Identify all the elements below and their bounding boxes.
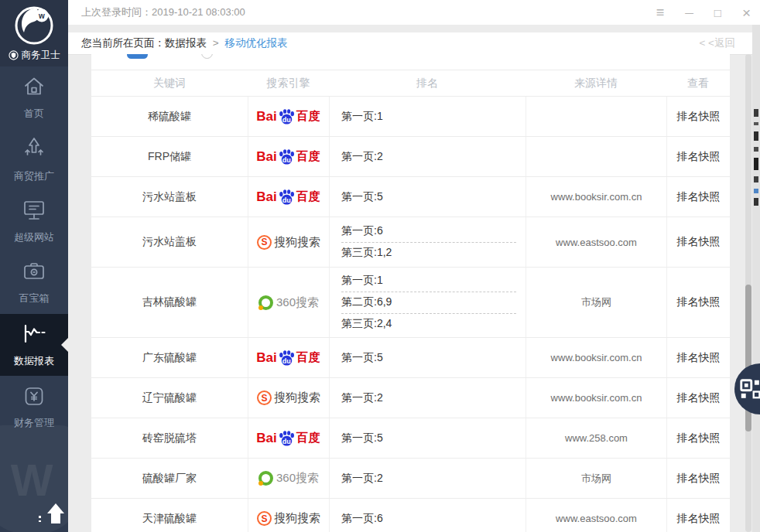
source-link[interactable]: www.eastsoo.com [556,513,637,524]
rank-cell: 第一页:5 [329,338,525,377]
view-snapshot-link[interactable]: 排名快照 [677,391,721,405]
sidebar-item-label: 百宝箱 [19,292,50,305]
table-row: 硫酸罐厂家 360搜索 第一页:2 市场网 排名快照 [91,459,730,499]
keyword-text: 吉林硫酸罐 [142,295,197,309]
qr-code-icon [740,379,760,399]
table-row: 广东硫酸罐 Baidu百度 第一页:5 www.booksir.com.cn 排… [91,338,730,378]
source-link[interactable]: 市场网 [581,295,611,309]
rank-line: 第一页:1 [341,271,516,292]
keyword-text: 污水站盖板 [142,235,197,249]
table-row: 天津硫酸罐 S搜狗搜索 第一页:6 www.eastsoo.com 排名快照 [91,499,730,532]
partial-radio-selected[interactable] [127,54,148,59]
search-engine-cell: Baidu百度 [248,418,329,458]
rank-cell: 第一页:6 [329,499,525,532]
source-link[interactable]: www.booksir.com.cn [551,191,642,203]
keyword-text: 砖窑脱硫塔 [142,431,197,445]
view-snapshot-link[interactable]: 排名快照 [677,235,721,249]
source-link[interactable]: www.booksir.com.cn [551,352,642,363]
report-table-card: 关键词 搜索引擎 排名 来源详情 查看 稀硫酸罐 Baidu百度 第一页:1 排… [91,54,730,532]
search-engine-cell: S搜狗搜索 [248,378,329,418]
rank-line: 第三页:2,4 [341,313,516,335]
sidebar-item-toolbox[interactable]: 百宝箱 [0,252,68,314]
360-icon [258,471,273,486]
sogou-logo: S搜狗搜索 [257,511,320,526]
sogou-logo: S搜狗搜索 [257,390,320,405]
sogou-icon: S [257,390,272,405]
breadcrumb-prefix: 您当前所在页面： [81,37,165,49]
view-snapshot-link[interactable]: 排名快照 [677,351,721,365]
search-engine-cell: Baidu百度 [248,177,329,217]
header-keyword: 关键词 [91,77,248,90]
search-engine-cell: 360搜索 [248,268,329,337]
sidebar-item-data-report[interactable]: 数据报表 [0,314,68,376]
keyword-text: 污水站盖板 [142,190,197,204]
home-icon [22,75,46,101]
view-snapshot-link[interactable]: 排名快照 [677,512,721,526]
maximize-button[interactable]: □ [714,7,721,19]
table-row: 污水站盖板 S搜狗搜索 第一页:6第三页:1,2 www.eastsoo.com… [91,217,730,268]
view-snapshot-link[interactable]: 排名快照 [677,110,721,124]
rank-line: 第一页:2 [341,468,516,489]
breadcrumb-current-link[interactable]: 移动优化报表 [224,37,287,49]
selected-item-notch [61,338,68,352]
qr-widget[interactable] [734,363,760,414]
rank-cell: 第一页:5 [329,177,525,217]
sidebar-item-super-website[interactable]: 超级网站 [0,190,68,252]
view-snapshot-link[interactable]: 排名快照 [677,295,721,309]
search-engine-cell: S搜狗搜索 [248,499,329,532]
source-link[interactable]: www.eastsoo.com [556,237,637,248]
sidebar-nav: 首页 商贸推广 超级网站 百宝箱 [0,66,68,438]
sidebar-item-label: 首页 [24,107,44,121]
menu-icon[interactable]: ≡ [656,5,665,19]
view-snapshot-link[interactable]: 排名快照 [677,431,721,445]
finance-icon [22,384,46,411]
sidebar-item-home[interactable]: 首页 [0,66,68,128]
trade-promotion-icon [22,136,46,164]
minimize-button[interactable]: ─ [685,7,693,19]
sidebar-item-trade-promotion[interactable]: 商贸推广 [0,128,68,190]
table-row: 污水站盖板 Baidu百度 第一页:5 www.booksir.com.cn 排… [91,177,730,217]
baidu-paw-icon: du [278,430,296,446]
sogou-logo: S搜狗搜索 [257,235,320,250]
source-link[interactable]: www.booksir.com.cn [551,392,642,404]
header-search-engine: 搜索引擎 [248,77,329,90]
baidu-paw-icon: du [278,189,296,205]
rank-line: 第一页:6 [341,221,516,242]
brand-logo-icon: w [12,4,56,50]
source-link[interactable]: 市场网 [581,472,611,486]
baidu-paw-icon: du [278,148,296,165]
view-snapshot-link[interactable]: 排名快照 [677,472,721,486]
view-snapshot-link[interactable]: 排名快照 [677,190,721,204]
rank-cell: 第一页:5 [329,418,525,458]
last-login-text: 上次登录时间：2019-10-21 08:03:00 [81,0,245,25]
sidebar-up-arrow-button[interactable] [46,503,66,530]
rank-line: 第一页:5 [341,186,516,207]
sidebar-item-label: 超级网站 [14,230,54,244]
table-row: 砖窑脱硫塔 Baidu百度 第一页:5 www.258.com 排名快照 [91,418,730,459]
view-snapshot-link[interactable]: 排名快照 [677,150,721,164]
table-row: 辽宁硫酸罐 S搜狗搜索 第一页:2 www.booksir.com.cn 排名快… [91,378,730,418]
source-link[interactable]: www.258.com [565,432,628,444]
partial-radio-unselected[interactable] [201,54,213,59]
search-engine-cell: S搜狗搜索 [248,217,329,267]
rank-cell: 第一页:2 [329,459,525,498]
sidebar-item-finance[interactable]: 财务管理 [0,376,68,438]
table-header-row: 关键词 搜索引擎 排名 来源详情 查看 [91,70,730,97]
desktop-edge-strip [752,25,760,532]
close-button[interactable]: × [742,5,751,20]
brand-shield-icon [9,50,19,60]
rank-line: 第一页:1 [341,106,516,127]
rank-line: 第一页:5 [341,347,516,368]
breadcrumb: 您当前所在页面：数据报表 > 移动优化报表 [81,32,287,54]
sidebar: w 商务卫士 W 首页 商贸推广 [0,0,68,532]
baidu-logo: Baidu百度 [256,108,320,124]
app-window: w 商务卫士 W 首页 商贸推广 [0,0,760,532]
vertical-scrollbar[interactable] [745,54,751,532]
back-button[interactable]: < <返回 [699,32,735,54]
baidu-paw-icon: du [278,350,296,366]
sogou-icon: S [257,511,272,526]
brand-logo-block: w 商务卫士 [0,0,68,66]
header-view: 查看 [666,77,730,90]
rank-cell: 第一页:6第三页:1,2 [329,217,525,267]
toolbox-icon [22,261,46,286]
